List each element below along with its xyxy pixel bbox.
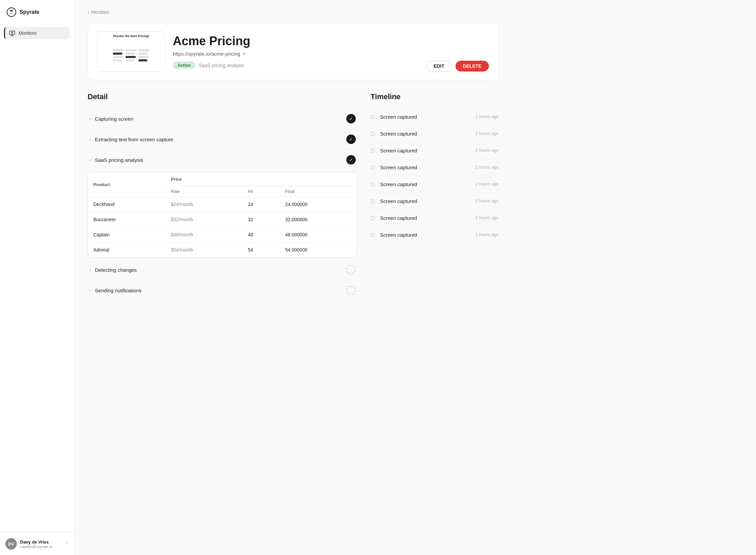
timeline-item: Screen captured 2 hours ago xyxy=(371,142,499,159)
timeline-section-title: Timeline xyxy=(371,92,499,101)
svg-point-2 xyxy=(11,32,13,34)
timeline-dot xyxy=(371,115,375,119)
timeline-dot xyxy=(371,233,375,237)
check-icon: ✓ xyxy=(346,135,356,144)
timeline-item: Screen captured 2 hours ago xyxy=(371,125,499,142)
timeline-content: Screen captured 2 hours ago xyxy=(380,148,499,153)
timeline-item: Screen captured 2 hours ago xyxy=(371,159,499,176)
timeline-time: 2 hours ago xyxy=(475,232,499,237)
sidebar-nav: Monitors xyxy=(0,24,74,532)
timeline-item: Screen captured 2 hours ago xyxy=(371,176,499,193)
breadcrumb[interactable]: ‹ Monitors xyxy=(88,9,499,15)
price-float: 24.000000 xyxy=(280,197,357,212)
detail-item-left: > Capturing screen xyxy=(89,116,133,122)
timeline-section: Timeline Screen captured 2 hours ago Scr… xyxy=(371,92,499,301)
sidebar-header: Spyrate xyxy=(0,0,74,24)
raw-subheader: Raw xyxy=(165,186,242,197)
price-int: 32 xyxy=(243,212,280,227)
content-grid: Detail > Capturing screen ✓ > xyxy=(88,92,499,301)
pricing-table: Product Price Raw Int Float xyxy=(88,173,357,257)
check-icon: ✓ xyxy=(346,114,356,123)
price-raw: $48/month xyxy=(165,227,242,242)
product-name: Captain xyxy=(88,227,165,242)
timeline-label: Screen captured xyxy=(380,198,417,204)
user-menu-chevron[interactable]: ⌃ xyxy=(65,542,68,546)
price-column-header: Price xyxy=(165,173,357,186)
detail-item-capturing-screen[interactable]: > Capturing screen ✓ xyxy=(88,109,357,129)
avatar: DV xyxy=(5,538,17,550)
timeline-content: Screen captured 2 hours ago xyxy=(380,165,499,170)
detail-item-detecting-changes[interactable]: > Detecting changes xyxy=(88,260,357,280)
detail-item-extracting-text[interactable]: > Extracting text from screen capture ✓ xyxy=(88,129,357,150)
detail-item-saas-analysis[interactable]: > SaaS pricing analysis ✓ xyxy=(88,150,357,170)
sidebar: Spyrate Monitors DV Davy de Vries captai… xyxy=(0,0,74,555)
timeline-label: Screen captured xyxy=(380,165,417,170)
timeline-time: 2 hours ago xyxy=(475,165,499,170)
detail-item-left: > SaaS pricing analysis xyxy=(89,157,143,163)
chevron-right-icon: > xyxy=(89,157,92,163)
delete-button[interactable]: DELETE xyxy=(455,61,489,71)
timeline-dot xyxy=(371,166,375,170)
price-raw: $32/month xyxy=(165,212,242,227)
monitor-header-card: Plunder the Best Pricing! xyxy=(88,23,499,80)
user-email: captain@spyrate.io xyxy=(20,545,52,549)
sidebar-item-monitors-label: Monitors xyxy=(19,30,37,36)
edit-button[interactable]: EDIT xyxy=(426,60,452,72)
product-column-header: Product xyxy=(88,173,165,197)
price-float: 54.000000 xyxy=(280,242,357,258)
breadcrumb-back-icon: ‹ xyxy=(88,9,89,15)
chevron-right-icon: > xyxy=(89,116,92,121)
price-int: 54 xyxy=(243,242,280,258)
table-row: Deckhand $24/month 24 24.000000 xyxy=(88,197,357,212)
timeline-label: Screen captured xyxy=(380,232,417,238)
price-int: 24 xyxy=(243,197,280,212)
monitor-title: Acme Pricing xyxy=(173,34,489,48)
timeline-item: Screen captured 2 hours ago xyxy=(371,109,499,125)
detail-item-label: Sending notifications xyxy=(95,288,141,293)
timeline-label: Screen captured xyxy=(380,215,417,221)
timeline-dot xyxy=(371,182,375,186)
product-name: Admiral xyxy=(88,242,165,258)
user-name: Davy de Vries xyxy=(20,539,52,545)
main-content: ‹ Monitors Plunder the Best Pricing! xyxy=(74,0,756,555)
timeline-time: 2 hours ago xyxy=(475,114,499,119)
detail-item-label: Detecting changes xyxy=(95,267,137,273)
timeline-time: 2 hours ago xyxy=(475,198,499,203)
detail-item-sending-notifications[interactable]: > Sending notifications xyxy=(88,280,357,301)
price-float: 48.000000 xyxy=(280,227,357,242)
timeline-time: 2 hours ago xyxy=(475,148,499,153)
logo-icon xyxy=(7,7,16,17)
detail-section-title: Detail xyxy=(88,92,357,101)
timeline-content: Screen captured 2 hours ago xyxy=(380,181,499,187)
status-badge: Active xyxy=(173,61,195,69)
detail-item-left: > Sending notifications xyxy=(89,288,141,293)
monitor-description: SaaS pricing analysis xyxy=(199,63,244,68)
sidebar-footer: DV Davy de Vries captain@spyrate.io ⌃ xyxy=(0,532,74,555)
breadcrumb-label: Monitors xyxy=(91,9,109,15)
timeline-item: Screen captured 2 hours ago xyxy=(371,227,499,243)
table-row: Admiral $54/month 54 54.000000 xyxy=(88,242,357,258)
chevron-right-icon: > xyxy=(89,267,92,272)
app-name: Spyrate xyxy=(20,9,39,15)
timeline-time: 2 hours ago xyxy=(475,181,499,186)
monitor-thumbnail: Plunder the Best Pricing! xyxy=(97,31,165,72)
sidebar-item-monitors[interactable]: Monitors xyxy=(4,27,70,39)
timeline-time: 2 hours ago xyxy=(475,131,499,136)
price-raw: $24/month xyxy=(165,197,242,212)
pending-icon xyxy=(346,265,356,274)
monitor-actions: EDIT DELETE xyxy=(426,60,489,72)
svg-point-0 xyxy=(7,8,16,17)
check-icon: ✓ xyxy=(346,155,356,165)
timeline-item: Screen captured 2 hours ago xyxy=(371,210,499,227)
pricing-table-container: Product Price Raw Int Float xyxy=(88,172,357,258)
timeline-item: Screen captured 2 hours ago xyxy=(371,193,499,210)
external-link-icon: ➚ xyxy=(242,51,246,56)
monitors-icon xyxy=(9,30,15,36)
thumb-headline: Plunder the Best Pricing! xyxy=(98,34,164,38)
detail-item-left: > Detecting changes xyxy=(89,267,137,273)
price-raw: $54/month xyxy=(165,242,242,258)
table-row: Captain $48/month 48 48.000000 xyxy=(88,227,357,242)
detail-item-label: SaaS pricing analysis xyxy=(95,157,143,163)
price-int: 48 xyxy=(243,227,280,242)
detail-section: Detail > Capturing screen ✓ > xyxy=(88,92,357,301)
